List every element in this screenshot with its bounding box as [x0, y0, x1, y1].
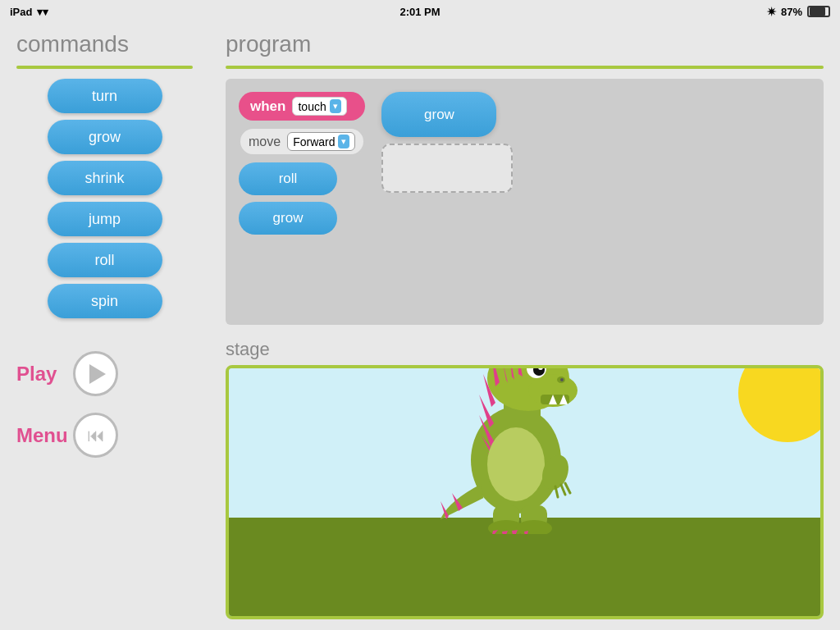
grow-drag-block[interactable]: grow [381, 92, 496, 137]
rewind-icon: ⏮ [87, 425, 105, 446]
svg-point-21 [487, 427, 545, 501]
menu-button[interactable]: ⏮ [73, 413, 118, 458]
program-column-right: grow [381, 92, 513, 312]
play-row: Play [16, 351, 193, 396]
svg-point-11 [560, 378, 564, 381]
status-right: ✷ 87% [767, 6, 830, 18]
play-label: Play [16, 363, 62, 386]
cmd-jump-button[interactable]: jump [48, 202, 162, 236]
program-area: when touch ▾ move Forward ▾ [226, 79, 824, 325]
when-block[interactable]: when touch ▾ [239, 92, 365, 121]
play-triangle-icon [89, 364, 106, 384]
move-block[interactable]: move Forward ▾ [239, 127, 365, 156]
stage-area [226, 365, 824, 619]
program-divider [226, 66, 824, 69]
ipad-label: iPad [10, 6, 32, 18]
play-button[interactable] [73, 351, 118, 396]
svg-line-26 [565, 483, 570, 493]
right-panel: program when touch ▾ move [209, 23, 840, 630]
stage-title: stage [226, 339, 824, 360]
program-section: program when touch ▾ move [209, 23, 840, 335]
cmd-turn-button[interactable]: turn [48, 79, 162, 113]
drop-target-area [381, 144, 513, 193]
prog-grow-button[interactable]: grow [239, 202, 337, 235]
when-dropdown[interactable]: touch ▾ [292, 97, 346, 116]
program-column-left: when touch ▾ move Forward ▾ [239, 92, 365, 312]
dino-character [434, 365, 598, 534]
cmd-spin-button[interactable]: spin [48, 284, 162, 318]
left-panel: commands turn grow shrink jump roll spin… [0, 23, 209, 630]
main-layout: commands turn grow shrink jump roll spin… [0, 23, 840, 630]
cmd-grow-button[interactable]: grow [48, 120, 162, 154]
command-buttons-list: turn grow shrink jump roll spin [16, 79, 193, 318]
move-dropdown[interactable]: Forward ▾ [287, 132, 355, 151]
commands-title: commands [16, 31, 193, 57]
move-label: move [249, 135, 281, 149]
dino-svg [434, 365, 598, 534]
play-menu-section: Play Menu ⏮ [0, 335, 209, 630]
svg-line-25 [561, 485, 565, 495]
battery-icon [807, 6, 830, 17]
when-dropdown-arrow[interactable]: ▾ [330, 99, 341, 113]
status-time: 2:01 PM [399, 6, 440, 18]
stage-section: stage [209, 335, 840, 630]
commands-section: commands turn grow shrink jump roll spin [0, 23, 209, 335]
move-dropdown-value: Forward [293, 135, 335, 148]
move-dropdown-arrow[interactable]: ▾ [338, 135, 349, 148]
status-bar: iPad ▾▾ 2:01 PM ✷ 87% [0, 0, 840, 23]
battery-percent: 87% [781, 6, 802, 18]
prog-roll-button[interactable]: roll [239, 162, 337, 195]
bluetooth-icon: ✷ [767, 6, 776, 18]
menu-row: Menu ⏮ [16, 413, 193, 458]
program-title: program [226, 31, 824, 57]
commands-divider [16, 66, 193, 69]
menu-label: Menu [16, 424, 62, 447]
svg-point-9 [538, 365, 543, 370]
status-left: iPad ▾▾ [10, 6, 48, 18]
wifi-icon: ▾▾ [37, 6, 48, 18]
cmd-roll-button[interactable]: roll [48, 243, 162, 277]
cmd-shrink-button[interactable]: shrink [48, 161, 162, 195]
when-dropdown-value: touch [298, 100, 326, 113]
when-label: when [250, 98, 285, 115]
